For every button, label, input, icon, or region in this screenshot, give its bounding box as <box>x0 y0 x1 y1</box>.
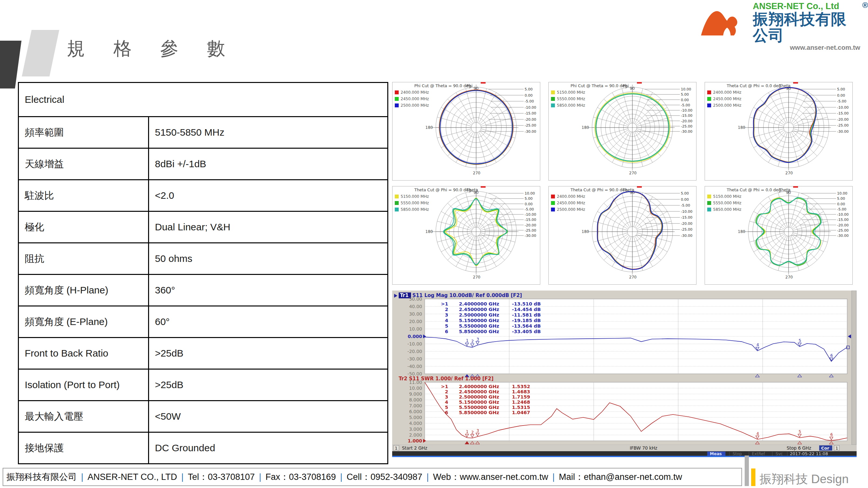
radial-tick-label: -25.00 <box>681 124 692 129</box>
spec-row: Front to Back Ratio>25dB <box>19 338 388 369</box>
legend-label: 5150.000 MHz <box>557 90 585 95</box>
radial-tick-label: -25.00 <box>837 228 848 233</box>
radial-tick-label: -5.00 <box>681 103 690 107</box>
footer-separator: | <box>77 472 88 482</box>
red-capture-mark <box>793 82 798 84</box>
vna-y-tick: -30.00 <box>407 356 422 361</box>
radial-tick-label: -25.00 <box>525 228 536 233</box>
marker-readout-freq: 5.8500000 GHz <box>459 410 499 415</box>
design-credit: 振翔科技 Design <box>760 471 848 487</box>
marker-readout-freq: 2.4000000 GHz <box>459 301 499 306</box>
angle-label-270: 270 <box>785 275 793 280</box>
footer-accent-bar <box>751 468 755 486</box>
marker-readout-value: -13.510 dB <box>512 301 540 306</box>
marker-readout-value: 1.7159 <box>512 394 530 399</box>
spec-label: Front to Back Ratio <box>19 338 149 369</box>
vna-y-tick: 40.00 <box>409 304 422 309</box>
marker-readout-num: 2 <box>445 307 448 312</box>
marker-readout-freq: 5.5500000 GHz <box>459 323 499 329</box>
legend-label: 5550.000 MHz <box>401 201 429 205</box>
radial-tick-label: 0.00 <box>837 202 845 206</box>
marker-readout-num: 5 <box>445 323 448 329</box>
spec-label: 極化 <box>19 212 149 243</box>
red-capture-mark <box>793 186 798 188</box>
legend-swatch <box>395 195 399 198</box>
radial-tick-label: -25.00 <box>681 227 692 232</box>
legend-label: 2450.000 MHz <box>557 201 585 205</box>
company-logo: ANSER-NET Co., Ltd 振翔科技有限公司 www.anser-ne… <box>689 1 865 37</box>
angle-label-180: 180 <box>738 125 745 130</box>
angle-label-270: 270 <box>629 171 637 175</box>
radial-tick-label: -5.00 <box>525 207 534 212</box>
vna-tr1-title: S11 Log Mag 10.00dB/ Ref 0.000dB [F2] <box>412 292 522 298</box>
spec-value: DC Grounded <box>149 432 388 464</box>
footer-separator: | <box>255 472 266 482</box>
radial-tick-label: -30.00 <box>525 234 536 238</box>
angle-label-90: 90 <box>630 190 634 195</box>
radial-tick-label: 5.00 <box>525 87 533 91</box>
vna-stop-button: Stop <box>733 451 742 456</box>
angle-label-90: 90 <box>630 86 634 91</box>
radial-tick-label: -15.00 <box>837 111 848 116</box>
spec-value: <50W <box>149 401 388 432</box>
spec-value: 8dBi +/-1dB <box>149 148 388 180</box>
marker-readout-freq: 2.4500000 GHz <box>459 307 499 312</box>
vna-y-tick: 4.000 <box>409 421 422 426</box>
radial-tick-label: -5.00 <box>837 207 846 212</box>
radial-tick-label: -20.00 <box>525 223 536 227</box>
radial-tick-label: -15.00 <box>681 215 692 220</box>
vna-y-tick: 9.000 <box>409 391 422 397</box>
polar-axis-label: Phi <box>466 83 472 88</box>
marker-number: 6 <box>830 432 833 437</box>
radial-tick-label: -10.00 <box>681 209 692 214</box>
spec-label: Isolation (Port to Port) <box>19 369 149 401</box>
marker-readout-num: >1 <box>441 384 448 389</box>
legend-swatch <box>395 201 399 205</box>
spec-value: 360° <box>149 274 388 306</box>
angle-label-180: 180 <box>738 229 745 234</box>
legend-label: 5150.000 MHz <box>713 194 741 199</box>
red-capture-mark <box>481 186 486 188</box>
legend-swatch <box>707 103 711 107</box>
vna-y-tick: -40.00 <box>407 364 422 369</box>
vna-y-tick: -20.00 <box>407 349 422 354</box>
vna-extref-label: ExtRef <box>752 451 765 456</box>
footer-separator: | <box>336 472 347 482</box>
spec-value: >25dB <box>149 369 388 401</box>
radial-tick-label: -30.00 <box>837 129 848 134</box>
vna-y-tick: -10.00 <box>407 341 422 347</box>
marker-number: 5 <box>799 429 801 434</box>
angle-label-180: 180 <box>425 125 433 130</box>
legend-label: 2500.000 MHz <box>713 103 741 108</box>
spec-row: 頻寬角度 (H-Plane)360° <box>19 274 388 306</box>
footer-separator: | <box>548 472 559 482</box>
spec-label: 頻寬角度 (H-Plane) <box>19 274 149 306</box>
radiation-pattern-chart: Theta Cut @ Phi = 0.0 deg.Theta901802705… <box>705 186 853 285</box>
legend-swatch <box>551 91 555 94</box>
vna-ifbw: IFBW 70 kHz <box>630 445 657 451</box>
angle-label-180: 180 <box>425 229 433 234</box>
spec-value: <2.0 <box>149 180 388 212</box>
angle-label-90: 90 <box>786 86 791 91</box>
polar-title: Phi Cut @ Theta = 90.0 deg. <box>570 83 628 88</box>
legend-swatch <box>707 207 711 212</box>
marker-number: 4 <box>756 343 759 347</box>
legend-label: 5850.000 MHz <box>401 207 429 212</box>
angle-label-90: 90 <box>786 190 791 195</box>
radial-tick-label: 0.00 <box>525 202 533 206</box>
spec-label: 最大輸入電壓 <box>19 401 149 432</box>
marker-readout-freq: 5.5500000 GHz <box>459 405 499 410</box>
marker-number: 3 <box>476 337 479 341</box>
vna-y-tick: 2.000 <box>409 432 422 437</box>
footer-divider <box>745 455 749 486</box>
marker-number: 5 <box>799 338 801 343</box>
legend-swatch <box>395 207 399 212</box>
angle-label-270: 270 <box>629 275 637 280</box>
angle-label-270: 270 <box>785 171 793 175</box>
vna-y-tick: 5.000 <box>409 415 422 420</box>
radial-tick-label: 5.00 <box>525 196 533 201</box>
legend-swatch <box>395 103 399 107</box>
logo-company-en: ANSER-NET Co., Ltd <box>753 1 860 11</box>
radial-tick-label: -30.00 <box>681 129 692 134</box>
spec-value: Dual Linear; V&H <box>149 212 388 243</box>
